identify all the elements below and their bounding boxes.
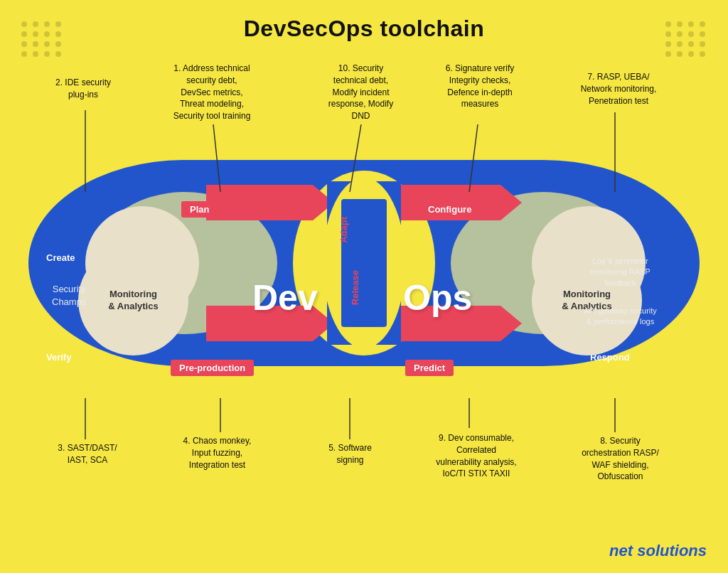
label-plan: Plan xyxy=(181,201,218,218)
ops-label: Ops xyxy=(403,277,472,318)
monitor-circle-left: Monitoring& Analytics xyxy=(78,245,188,355)
label-verify: Verify xyxy=(46,352,71,363)
annotation-dev-consumable: 9. Dev consumable,Correlatedvulnerabilit… xyxy=(419,432,533,480)
annotation-security-orchestration: 8. Securityorchestration RASP/WAF shield… xyxy=(562,435,679,483)
brand-solutions: solutions xyxy=(637,542,707,559)
log-text-api: API gateway security& performance logs xyxy=(562,306,679,328)
decorative-dots-tr xyxy=(665,21,707,57)
annotation-ide-security: 2. IDE securityplug-ins xyxy=(44,77,122,101)
adapt-label: Adapt xyxy=(338,217,349,243)
annotation-sast: 3. SAST/DAST/IAST, SCA xyxy=(41,442,134,466)
annotation-software-signing: 5. Softwaresigning xyxy=(306,442,395,466)
log-text-rasp: Log & perimetermonitoring RASPfeedback xyxy=(562,256,679,289)
decorative-dots-tl xyxy=(21,21,63,57)
label-predict: Predict xyxy=(405,360,454,376)
brand-net: net xyxy=(609,542,637,559)
label-preproduction: Pre-production xyxy=(171,360,254,376)
label-configure: Configure xyxy=(419,201,480,218)
label-create: Create xyxy=(46,252,75,263)
annotation-rasp: 7. RASP, UEBA/Network monitoring,Penetra… xyxy=(562,71,675,107)
annotation-security-incident: 10. Securitytechnical debt,Modify incide… xyxy=(306,63,416,122)
page-title: DevSecOps toolchain xyxy=(0,0,728,42)
page: DevSecOps toolchain 2. IDE securityplug-… xyxy=(0,0,728,573)
annotation-security-debt: 1. Address technicalsecurity debt,DevSec… xyxy=(155,63,269,122)
annotation-chaos: 4. Chaos monkey,Input fuzzing,Integratio… xyxy=(162,435,272,471)
brand-logo: net solutions xyxy=(609,542,707,560)
annotation-signature-verify: 6. Signature verifyIntegrity checks,Defe… xyxy=(427,63,533,110)
release-label: Release xyxy=(350,270,360,305)
dev-label: Dev xyxy=(252,277,318,318)
security-champs-label: SecurityChamps xyxy=(52,283,86,309)
